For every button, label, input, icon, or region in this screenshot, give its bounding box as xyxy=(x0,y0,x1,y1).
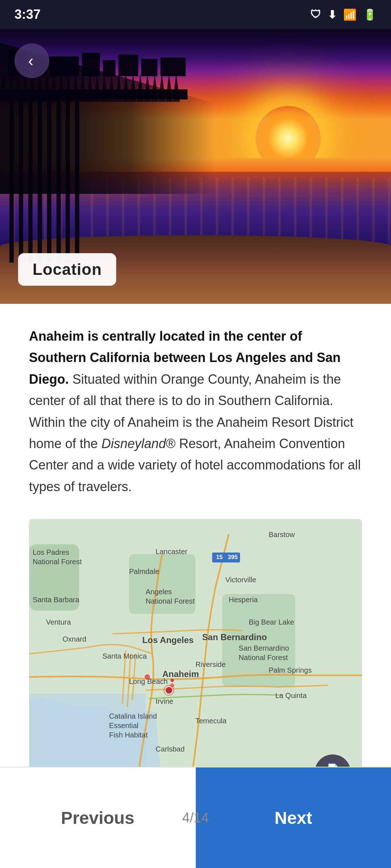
location-badge-text: Location xyxy=(33,260,102,278)
status-bar-right: 🛡 ⬇ 📶 🔋 xyxy=(310,8,377,21)
map-label-long-beach: Long Beach xyxy=(129,677,168,686)
map-label-oxnard: Oxnard xyxy=(63,635,87,643)
status-bar: 3:37 🛡 ⬇ 📶 🔋 xyxy=(0,0,391,29)
map-label-palmdale: Palmdale xyxy=(129,567,159,576)
page-counter: 4/14 xyxy=(182,810,209,826)
time-display: 3:37 xyxy=(14,7,41,22)
status-bar-left: 3:37 xyxy=(14,7,41,22)
description-italic-text: Disneyland xyxy=(101,436,166,451)
back-arrow-icon: ‹ xyxy=(28,53,34,69)
signal-icon: 📶 xyxy=(343,8,357,21)
map-label-irvine: Irvine xyxy=(156,697,173,706)
hero-image-container: ‹ Location xyxy=(0,29,391,304)
main-content: Anaheim is centrally located in the cent… xyxy=(0,304,391,837)
map-label-los-angeles: Los Angeles xyxy=(142,635,194,645)
map-label-santa-monica: Santa Monica xyxy=(102,652,147,660)
description-paragraph: Anaheim is centrally located in the cent… xyxy=(29,326,362,497)
map-label-san-bernardino: San Bernardino xyxy=(202,632,267,642)
map-label-la-quinta: La Quinta xyxy=(275,692,307,700)
bottom-navigation: Previous 4/14 Next xyxy=(0,767,391,868)
map-label-victorville: Victorville xyxy=(226,576,256,584)
map-label-angeles-forest: AngelesNational Forest xyxy=(146,587,195,606)
map-label-anaheim: Anaheim xyxy=(162,669,199,679)
map-label-catalina: Catalina IslandEssentialFish Habitat xyxy=(109,711,157,740)
battery-icon: 🔋 xyxy=(363,8,377,21)
map-label-palm-springs: Palm Springs xyxy=(269,666,312,675)
map-label-ventura: Ventura xyxy=(46,618,71,626)
map-label-santa-barbara: Santa Barbara xyxy=(33,596,79,604)
map-label-carlsbad: Carlsbad xyxy=(156,745,185,753)
map-label-temecula: Temecula xyxy=(196,717,227,725)
map-labels-container: Barstow Lancaster Palmdale Los PadresNat… xyxy=(29,519,362,801)
shield-icon: 🛡 xyxy=(310,8,321,21)
next-button[interactable]: Next xyxy=(196,767,391,868)
previous-button[interactable]: Previous xyxy=(0,767,196,868)
map-label-lancaster: Lancaster xyxy=(156,548,188,556)
map-label-riverside: Riverside xyxy=(196,660,226,669)
map-label-los-padres: Los PadresNational Forest xyxy=(33,548,82,566)
download-icon: ⬇ xyxy=(328,8,337,21)
map-label-big-bear: Big Bear Lake xyxy=(249,618,294,626)
map-label-sb-forest: San BernardinoNational Forest xyxy=(239,643,289,662)
location-badge: Location xyxy=(18,253,116,286)
back-button[interactable]: ‹ xyxy=(14,43,49,78)
map-label-hesperia: Hesperia xyxy=(229,596,258,604)
map-label-barstow: Barstow xyxy=(269,531,295,539)
map-visual: 15 395 Barstow Lancaster Palmdale Los Pa… xyxy=(29,519,362,801)
